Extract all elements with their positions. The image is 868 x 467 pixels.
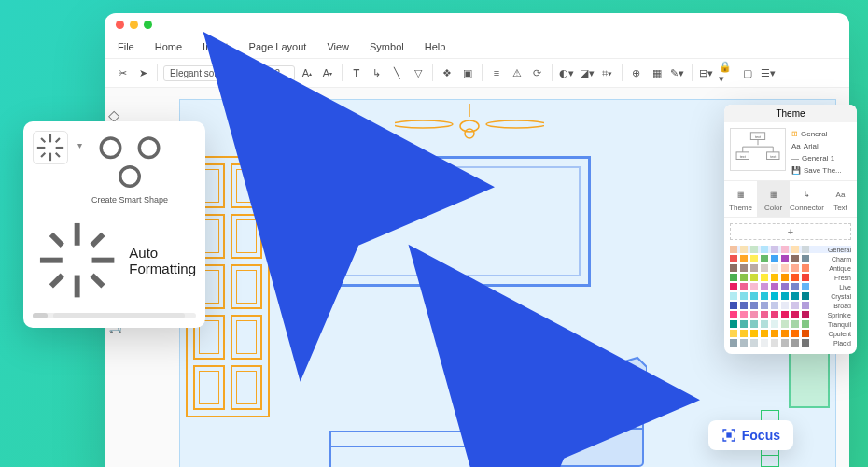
- palette-label: Opulent: [828, 331, 851, 337]
- palette-label: Antique: [829, 265, 851, 272]
- tab-text[interactable]: AaText: [824, 181, 857, 217]
- palette-label: Fresh: [834, 275, 851, 281]
- palette-label: Charm: [832, 256, 851, 262]
- palette-label: Crystal: [831, 293, 851, 300]
- palette-label: Placid: [833, 340, 851, 347]
- palette-label: Broad: [833, 303, 851, 309]
- palette-label: General: [828, 247, 851, 253]
- palette-label: Sprinkle: [828, 312, 851, 318]
- palette-label: Live: [839, 284, 851, 290]
- cursor-icon: [0, 0, 812, 460]
- palette-label: Tranquil: [828, 321, 851, 328]
